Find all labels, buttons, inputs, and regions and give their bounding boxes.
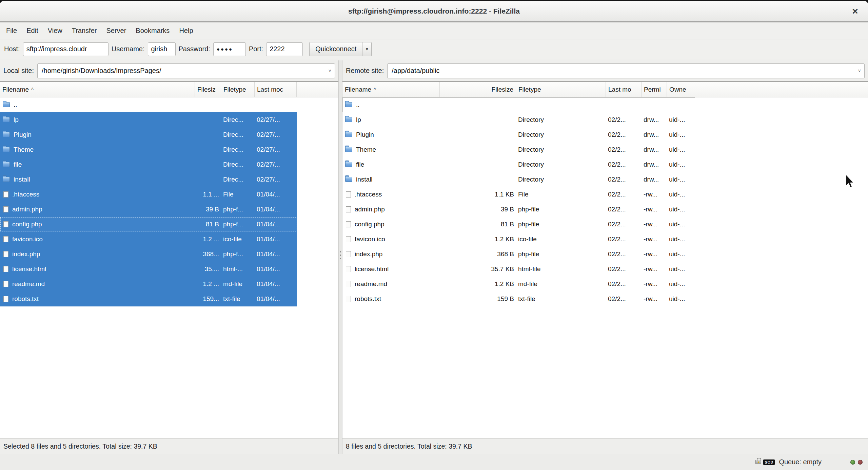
folder-icon <box>345 162 352 167</box>
pane-splitter[interactable] <box>338 60 342 454</box>
file-icon <box>3 236 8 242</box>
file-icon <box>346 281 351 287</box>
local-site-combo[interactable]: /home/girish/Downloads/ImpressPages/ ˅ <box>37 63 335 78</box>
bottom-status-bar: SCD Queue: empty <box>0 454 868 470</box>
menu-help[interactable]: Help <box>174 22 198 39</box>
local-file-row[interactable]: install Direc... 02/27/... <box>0 172 297 187</box>
local-file-row[interactable]: index.php 368... php-f... 01/04/... <box>0 247 297 262</box>
local-file-row[interactable]: readme.md 1.2 ... md-file 01/04/... <box>0 277 297 292</box>
quickconnect-dropdown-icon[interactable]: ▾ <box>362 42 372 56</box>
remote-file-row[interactable]: index.php 368 B php-file 02/2... -rw... … <box>342 247 695 262</box>
local-site-path: /home/girish/Downloads/ImpressPages/ <box>42 67 161 75</box>
remote-file-row[interactable]: .htaccess 1.1 KB File 02/2... -rw... uid… <box>342 187 695 202</box>
remote-col-filetype[interactable]: Filetype <box>516 82 606 97</box>
remote-status-bar: 8 files and 5 directories. Total size: 3… <box>342 438 868 454</box>
local-rows: .. lp Direc... 02/27/... Plugin Direc...… <box>0 97 338 438</box>
file-icon <box>346 296 351 302</box>
file-icon <box>3 296 8 302</box>
remote-rows: .. lp Directory 02/2... drw... uid-... P… <box>342 97 868 438</box>
remote-file-list: Filename ^ Filesize Filetype Last mo Per… <box>342 81 868 438</box>
local-file-row[interactable]: .htaccess 1.1 ... File 01/04/... <box>0 187 297 202</box>
local-file-row[interactable]: Plugin Direc... 02/27/... <box>0 127 297 142</box>
file-icon <box>346 266 351 272</box>
remote-col-owner[interactable]: Owne <box>667 82 695 97</box>
remote-column-headers: Filename ^ Filesize Filetype Last mo Per… <box>342 82 868 97</box>
remote-file-row[interactable]: file Directory 02/2... drw... uid-... <box>342 157 695 172</box>
combo-arrow-icon[interactable]: ˅ <box>858 64 861 78</box>
led-red-icon <box>858 460 863 465</box>
file-icon <box>346 206 351 212</box>
remote-site-label: Remote site: <box>346 67 384 75</box>
remote-pane: Remote site: /app/data/public ˅ Filename… <box>342 60 868 454</box>
remote-file-row[interactable]: readme.md 1.2 KB md-file 02/2... -rw... … <box>342 277 695 292</box>
local-file-row[interactable]: admin.php 39 B php-f... 01/04/... <box>0 202 297 217</box>
host-input[interactable]: sftp://impress.cloudr <box>23 42 108 56</box>
local-file-row[interactable]: Theme Direc... 02/27/... <box>0 142 297 157</box>
remote-file-row[interactable]: Theme Directory 02/2... drw... uid-... <box>342 142 695 157</box>
local-file-row[interactable]: config.php 81 B php-f... 01/04/... <box>0 217 297 232</box>
sort-asc-icon: ^ <box>31 87 34 92</box>
window-title: sftp://girish@impress.cloudron.info:2222… <box>348 7 520 15</box>
local-file-row[interactable]: favicon.ico 1.2 ... ico-file 01/04/... <box>0 232 297 247</box>
titlebar: sftp://girish@impress.cloudron.info:2222… <box>0 1 868 22</box>
file-icon <box>346 191 351 198</box>
remote-file-row[interactable]: favicon.ico 1.2 KB ico-file 02/2... -rw.… <box>342 232 695 247</box>
file-icon <box>3 206 8 212</box>
remote-file-row[interactable]: admin.php 39 B php-file 02/2... -rw... u… <box>342 202 695 217</box>
password-input[interactable]: ●●●● <box>213 42 246 56</box>
local-file-row[interactable]: license.html 35.... html-... 01/04/... <box>0 262 297 277</box>
panes: Local site: /home/girish/Downloads/Impre… <box>0 60 868 454</box>
local-file-row[interactable]: robots.txt 159... txt-file 01/04/... <box>0 292 297 306</box>
sftp-badge: SCD <box>763 459 775 465</box>
local-col-filename[interactable]: Filename ^ <box>0 82 195 97</box>
port-input[interactable]: 2222 <box>266 42 303 56</box>
remote-site-combo[interactable]: /app/data/public ˅ <box>387 63 865 78</box>
username-input[interactable]: girish <box>148 42 176 56</box>
file-icon <box>3 266 8 272</box>
remote-file-row[interactable]: config.php 81 B php-file 02/2... -rw... … <box>342 217 695 232</box>
menu-server[interactable]: Server <box>101 22 131 39</box>
remote-col-filename[interactable]: Filename ^ <box>342 82 440 97</box>
file-icon <box>346 221 351 227</box>
local-col-filetype[interactable]: Filetype <box>221 82 255 97</box>
port-label: Port: <box>249 45 263 53</box>
remote-file-row[interactable]: install Directory 02/2... drw... uid-... <box>342 172 695 187</box>
menu-edit[interactable]: Edit <box>22 22 43 39</box>
local-col-lastmodified[interactable]: Last moc <box>255 82 297 97</box>
remote-col-filler <box>695 82 868 97</box>
remote-col-lastmodified[interactable]: Last mo <box>606 82 642 97</box>
local-file-row[interactable]: .. <box>0 97 297 112</box>
menu-file[interactable]: File <box>1 22 22 39</box>
folder-icon <box>345 177 352 182</box>
led-green-icon <box>850 460 855 465</box>
folder-icon <box>3 132 10 137</box>
remote-file-row[interactable]: Plugin Directory 02/2... drw... uid-... <box>342 127 695 142</box>
remote-site-bar: Remote site: /app/data/public ˅ <box>342 60 868 81</box>
file-icon <box>3 221 8 227</box>
remote-file-row[interactable]: robots.txt 159 B txt-file 02/2... -rw...… <box>342 292 695 306</box>
menubar: File Edit View Transfer Server Bookmarks… <box>0 22 868 39</box>
folder-icon <box>345 147 352 152</box>
menu-transfer[interactable]: Transfer <box>67 22 102 39</box>
combo-arrow-icon[interactable]: ˅ <box>329 64 331 78</box>
close-icon[interactable]: × <box>848 1 863 21</box>
remote-site-path: /app/data/public <box>392 67 439 75</box>
remote-file-row[interactable]: lp Directory 02/2... drw... uid-... <box>342 112 695 127</box>
file-icon <box>3 281 8 287</box>
remote-file-row[interactable]: license.html 35.7 KB html-file 02/2... -… <box>342 262 695 277</box>
local-file-row[interactable]: lp Direc... 02/27/... <box>0 112 297 127</box>
password-label: Password: <box>179 45 210 53</box>
menu-bookmarks[interactable]: Bookmarks <box>131 22 174 39</box>
quickconnect-bar: Host: sftp://impress.cloudr Username: gi… <box>0 39 868 59</box>
folder-icon <box>345 117 352 122</box>
menu-view[interactable]: View <box>43 22 67 39</box>
local-file-row[interactable]: file Direc... 02/27/... <box>0 157 297 172</box>
username-label: Username: <box>112 45 145 53</box>
remote-col-filesize[interactable]: Filesize <box>440 82 516 97</box>
quickconnect-button[interactable]: Quickconnect <box>309 42 362 56</box>
folder-icon <box>3 117 10 122</box>
remote-col-permissions[interactable]: Permi <box>642 82 667 97</box>
local-col-filesize[interactable]: Filesiz <box>195 82 221 97</box>
remote-file-row[interactable]: .. <box>342 97 695 112</box>
folder-icon <box>3 177 10 182</box>
